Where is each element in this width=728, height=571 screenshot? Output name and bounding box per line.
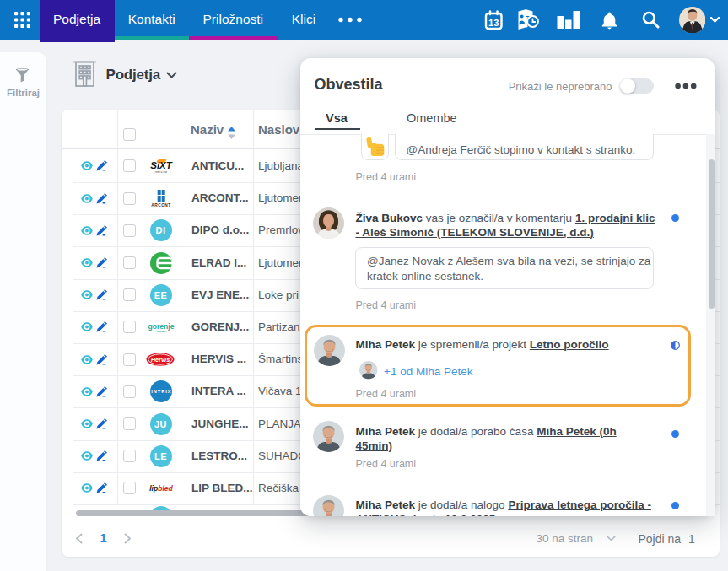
svg-text:rent a car: rent a car [154,170,167,174]
svg-text:13: 13 [488,18,499,28]
svg-text:INTRIX: INTRIX [151,390,171,395]
svg-text:SiXT: SiXT [150,160,173,170]
svg-text:gorenje: gorenje [148,321,174,330]
svg-text:ARCONT: ARCONT [151,203,171,207]
svg-text:lipbled: lipbled [149,484,173,493]
svg-text:Hervis: Hervis [150,355,170,363]
